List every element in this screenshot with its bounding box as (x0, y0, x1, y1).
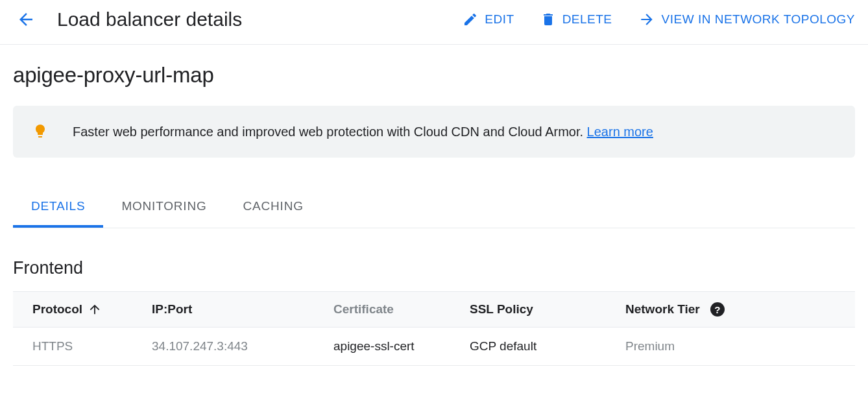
delete-button[interactable]: DELETE (540, 11, 612, 28)
cell-ssl-policy: GCP default (461, 328, 616, 366)
help-icon[interactable]: ? (710, 302, 725, 317)
cell-network-tier: Premium (616, 328, 855, 366)
tab-monitoring[interactable]: MONITORING (103, 189, 224, 228)
arrow-left-icon (16, 10, 36, 29)
cell-ip-port: 34.107.247.3:443 (143, 328, 324, 366)
banner-message: Faster web performance and improved web … (73, 125, 587, 139)
column-network-tier-label: Network Tier (625, 302, 700, 317)
column-ssl-policy[interactable]: SSL Policy (461, 292, 616, 328)
column-ssl-policy-label: SSL Policy (470, 302, 533, 316)
tab-caching[interactable]: CACHING (225, 189, 322, 228)
info-banner: Faster web performance and improved web … (13, 106, 855, 158)
column-network-tier[interactable]: Network Tier ? (616, 292, 855, 328)
cell-protocol: HTTPS (13, 328, 143, 366)
learn-more-link[interactable]: Learn more (587, 125, 653, 139)
frontend-table: Protocol IP:Port Certificate SSL Policy (13, 291, 855, 366)
tabs: DETAILS MONITORING CACHING (13, 189, 855, 228)
frontend-heading: Frontend (13, 258, 855, 278)
edit-label: EDIT (485, 12, 514, 27)
column-protocol-label: Protocol (32, 302, 82, 317)
banner-text: Faster web performance and improved web … (73, 123, 653, 141)
column-certificate-label: Certificate (333, 302, 394, 316)
topbar: Load balancer details EDIT DELETE VIEW I… (0, 0, 868, 45)
column-ip-port[interactable]: IP:Port (143, 292, 324, 328)
view-topology-button[interactable]: VIEW IN NETWORK TOPOLOGY (638, 11, 855, 28)
arrow-right-icon (638, 11, 655, 28)
sort-ascending-icon (88, 302, 102, 317)
pencil-icon (463, 12, 478, 27)
table-header-row: Protocol IP:Port Certificate SSL Policy (13, 292, 855, 328)
resource-name: apigee-proxy-url-map (13, 63, 855, 88)
cell-certificate: apigee-ssl-cert (324, 328, 461, 366)
delete-label: DELETE (562, 12, 612, 27)
tab-details[interactable]: DETAILS (13, 189, 103, 228)
column-certificate[interactable]: Certificate (324, 292, 461, 328)
edit-button[interactable]: EDIT (463, 11, 514, 28)
column-protocol[interactable]: Protocol (13, 292, 143, 328)
lightbulb-icon (32, 123, 48, 141)
header-actions: EDIT DELETE VIEW IN NETWORK TOPOLOGY (463, 11, 855, 28)
page-title: Load balancer details (57, 8, 242, 30)
topology-label: VIEW IN NETWORK TOPOLOGY (662, 12, 855, 27)
column-ip-port-label: IP:Port (152, 302, 192, 316)
trash-icon (540, 12, 556, 27)
back-button[interactable] (13, 6, 39, 32)
table-row: HTTPS 34.107.247.3:443 apigee-ssl-cert G… (13, 328, 855, 366)
content: apigee-proxy-url-map Faster web performa… (0, 45, 868, 379)
